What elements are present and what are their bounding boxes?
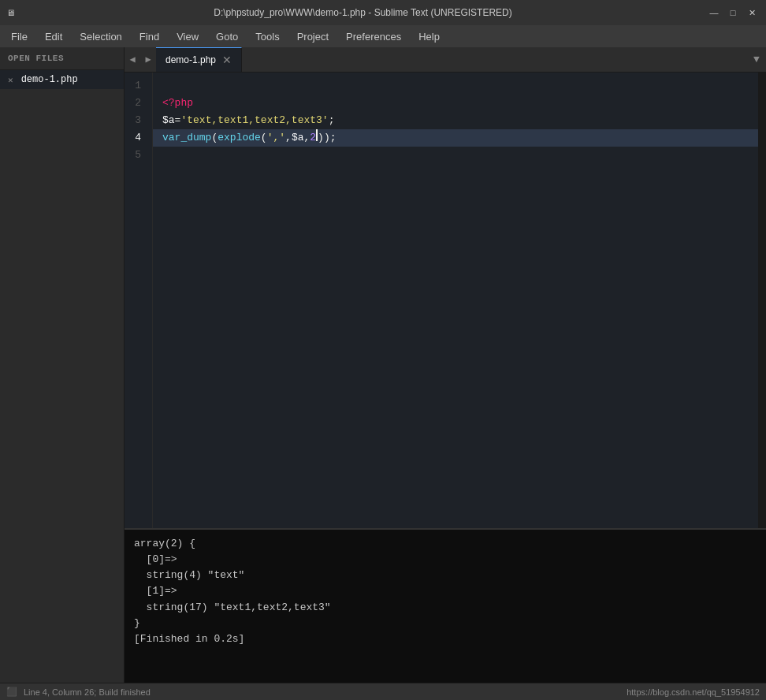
- status-icon: ⬛: [6, 687, 17, 697]
- assign-op: =: [175, 112, 181, 129]
- minimize-button[interactable]: —: [706, 5, 722, 20]
- title-bar: 🖥 D:\phpstudy_pro\WWW\demo-1.php - Subli…: [0, 0, 766, 25]
- line-num-5: 5: [125, 147, 146, 164]
- menu-project[interactable]: Project: [289, 28, 337, 46]
- tab-prev-button[interactable]: ◀: [125, 47, 140, 72]
- num-2: 2: [310, 129, 316, 147]
- menu-find[interactable]: Find: [132, 28, 167, 46]
- output-line-5: string(17) "text1,text2,text3": [134, 600, 757, 616]
- code-content[interactable]: <?php $a='text,text1,text2,text3'; var_d…: [153, 73, 758, 528]
- maximize-button[interactable]: □: [725, 5, 741, 20]
- menu-file[interactable]: File: [3, 28, 35, 46]
- output-line-3: string(4) "text": [134, 568, 757, 583]
- sidebar: OPEN FILES ✕ demo-1.php: [0, 47, 125, 683]
- sidebar-file-name: demo-1.php: [21, 74, 78, 85]
- paren-open-1: (: [211, 129, 218, 147]
- line-num-4: 4: [125, 129, 146, 147]
- status-right: https://blog.csdn.net/qq_51954912: [627, 687, 760, 697]
- menu-view[interactable]: View: [169, 28, 206, 46]
- line-num-3: 3: [125, 112, 146, 129]
- code-line-5: [153, 147, 758, 164]
- tab-bar: ◀ ▶ demo-1.php ✕ ▼: [125, 47, 766, 73]
- editor-area: ◀ ▶ demo-1.php ✕ ▼ 1 2 3 4 5: [125, 47, 766, 683]
- output-line-6: }: [134, 616, 757, 631]
- sidebar-header: OPEN FILES: [0, 47, 124, 70]
- paren-close-1: ): [324, 129, 330, 147]
- window-controls: — □ ✕: [706, 5, 760, 20]
- semicolon-2: ;: [330, 129, 337, 147]
- menu-bar: File Edit Selection Find View Goto Tools…: [0, 25, 766, 47]
- main-area: OPEN FILES ✕ demo-1.php ◀ ▶ demo-1.php ✕…: [0, 47, 766, 683]
- paren-close-2: ): [318, 129, 324, 147]
- semicolon-1: ;: [329, 112, 335, 129]
- status-text: Line 4, Column 26; Build finished: [24, 687, 151, 697]
- title-bar-text: D:\phpstudy_pro\WWW\demo-1.php - Sublime…: [214, 7, 512, 18]
- code-line-4: var_dump(explode(',',$a,2));: [153, 129, 758, 147]
- fn-var-dump: var_dump: [162, 129, 211, 147]
- code-line-3: $a='text,text1,text2,text3';: [153, 112, 758, 129]
- output-line-2: [0]=>: [134, 552, 757, 568]
- comma-1: ,: [285, 129, 292, 147]
- tab-label: demo-1.php: [165, 54, 216, 65]
- delim-str: ',': [267, 129, 285, 147]
- code-line-2: <?php: [153, 95, 758, 112]
- menu-tools[interactable]: Tools: [247, 28, 287, 46]
- menu-help[interactable]: Help: [411, 28, 448, 46]
- status-bar: ⬛ Line 4, Column 26; Build finished http…: [0, 683, 766, 700]
- menu-edit[interactable]: Edit: [37, 28, 70, 46]
- comma-2: ,: [303, 129, 310, 147]
- var-a-ref: $a: [292, 129, 304, 147]
- status-left: ⬛ Line 4, Column 26; Build finished: [6, 687, 151, 697]
- tab-next-button[interactable]: ▶: [140, 47, 156, 72]
- sidebar-file-demo[interactable]: ✕ demo-1.php: [0, 70, 124, 89]
- line-numbers: 1 2 3 4 5: [125, 73, 153, 528]
- var-a: $a: [162, 112, 175, 129]
- output-panel: array(2) { [0]=> string(4) "text" [1]=> …: [125, 528, 766, 683]
- title-bar-icon: 🖥: [6, 8, 15, 17]
- php-open-tag: <?php: [162, 95, 193, 112]
- fn-explode: explode: [218, 129, 261, 147]
- paren-open-2: (: [261, 129, 267, 147]
- tab-overflow-button[interactable]: ▼: [747, 47, 766, 72]
- line-num-1: 1: [125, 77, 146, 95]
- menu-selection[interactable]: Selection: [72, 28, 129, 46]
- close-button[interactable]: ✕: [744, 5, 760, 20]
- string-val: 'text,text1,text2,text3': [180, 112, 328, 129]
- output-line-4: [1]=>: [134, 583, 757, 599]
- code-editor[interactable]: 1 2 3 4 5 <?php: [125, 73, 766, 528]
- tab-close-icon[interactable]: ✕: [222, 54, 232, 66]
- right-scrollbar[interactable]: [758, 73, 766, 528]
- sidebar-close-icon[interactable]: ✕: [8, 75, 13, 85]
- line-num-2: 2: [125, 95, 146, 112]
- output-line-7: [Finished in 0.2s]: [134, 631, 757, 647]
- menu-preferences[interactable]: Preferences: [338, 28, 409, 46]
- menu-goto[interactable]: Goto: [208, 28, 246, 46]
- content-wrapper: 1 2 3 4 5 <?php: [125, 73, 766, 683]
- code-line-1: [153, 77, 758, 95]
- tab-demo-1-php[interactable]: demo-1.php ✕: [156, 47, 242, 72]
- output-line-1: array(2) {: [134, 536, 757, 552]
